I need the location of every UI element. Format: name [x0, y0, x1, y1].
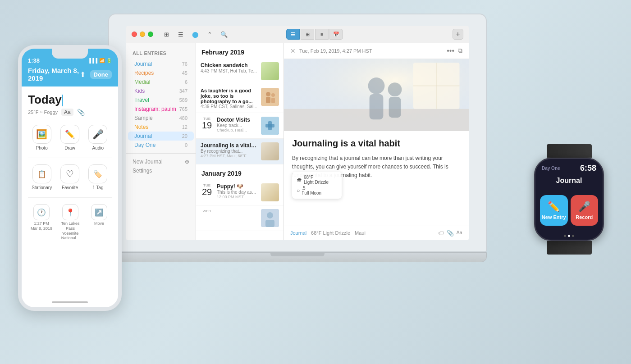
entry-title: Chicken sandwich	[201, 62, 257, 68]
moon-icon: ○	[297, 187, 300, 194]
new-entry-button[interactable]: +	[453, 29, 463, 40]
phone-actions-grid-2: 📋 Stationary ♡ Favorite 🏷️ 1 Tag	[28, 160, 112, 194]
jan-header: January 2019	[196, 164, 283, 180]
phone-home-indicator	[22, 297, 118, 307]
timeline-view-button[interactable]: ≡	[315, 29, 329, 40]
sidebar-item-name-travel: Travel	[134, 97, 149, 103]
phone-action-favorite[interactable]: ♡ Favorite	[56, 160, 83, 194]
entry-body: Chicken sandwich 4:43 PM MST, Hot Tub, T…	[201, 62, 257, 73]
attachment-icon[interactable]: 📎	[447, 230, 454, 237]
entry-day-num: 19	[202, 121, 212, 130]
close-traffic-light[interactable]	[132, 32, 137, 37]
phone-action-tag[interactable]: 🏷️ 1 Tag	[84, 160, 112, 194]
footer-location: Maui	[355, 230, 366, 236]
svg-rect-4	[271, 98, 275, 103]
done-button[interactable]: Done	[90, 70, 112, 79]
sidebar-item-recipes[interactable]: Recipes 45	[128, 68, 194, 77]
sidebar-item-kids[interactable]: Kids 347	[128, 86, 194, 96]
phone-bottom-time[interactable]: 🕐 1:27 PMMar 8, 2019	[28, 202, 55, 242]
stationary-label: Stationary	[32, 185, 52, 190]
entry-preview: 4:43 PM MST, Hot Tub, Te...	[201, 68, 257, 73]
phone-bottom-move[interactable]: ↗️ Move	[86, 202, 113, 242]
tag-button[interactable]: ⬤	[189, 29, 201, 39]
entry-chicken-sandwich[interactable]: Chicken sandwich 4:43 PM MST, Hot Tub, T…	[196, 59, 283, 84]
sidebar-item-sample[interactable]: Sample 480	[128, 114, 194, 123]
sidebar-item-name-medial: Medial	[134, 79, 150, 85]
detail-image-area	[284, 59, 469, 131]
laptop: ⊞ ☰ ⬤ ⌃ 🔍 ☰ ⊞ ≡ 📅 +	[108, 14, 487, 293]
watch-new-entry-button[interactable]: ✏️ New Entry	[540, 195, 568, 226]
phone-action-photo[interactable]: 🖼️ Photo	[28, 120, 55, 154]
sidebar-item-count-journal2: 20	[182, 133, 187, 139]
share-icon[interactable]: ⬆	[80, 70, 86, 79]
sidebar-toggle-button[interactable]: ⊞	[160, 29, 172, 39]
phone-header-actions: ⬆ Done	[80, 70, 112, 79]
sidebar-item-travel[interactable]: Travel 589	[128, 96, 194, 105]
entry-wed[interactable]: WED	[196, 205, 283, 231]
detail-content: Journaling is a vital habit By recognizi…	[284, 131, 469, 226]
sidebar-item-name-instagram: Instagram: paulm	[134, 106, 176, 112]
new-journal-button[interactable]: New Journal ⊕	[126, 157, 196, 166]
feb-header: February 2019	[196, 43, 283, 59]
calendar-view-button[interactable]: 📅	[329, 29, 343, 40]
watch-pencil-icon: ✏️	[548, 201, 560, 213]
phone-action-audio[interactable]: 🎤 Audio	[84, 120, 112, 154]
watch-mic-icon: 🎤	[578, 201, 590, 213]
sidebar-item-count-journal1: 76	[182, 61, 187, 67]
entry-journaling[interactable]: Journaling is a vital habit By recognizi…	[196, 139, 283, 164]
sidebar-item-journal2[interactable]: Journal 20	[128, 132, 194, 141]
apple-watch: Day One 6:58 Journal ✏️ New Entry 🎤 Reco…	[530, 144, 608, 261]
entry-preview: Keep track...	[217, 123, 257, 128]
grid-view-button[interactable]: ⊞	[301, 29, 314, 40]
phone-action-draw[interactable]: ✏️ Draw	[56, 120, 83, 154]
settings-button[interactable]: Settings	[126, 166, 196, 175]
tag-icon[interactable]: 🏷	[438, 230, 444, 237]
phone-bottom-location[interactable]: 📍 Ten Lakes PassYosemite National...	[57, 202, 84, 242]
detail-more-button[interactable]: •••	[447, 47, 454, 55]
entry-doctor-visits[interactable]: TUE 19 Doctor Visits Keep track... Check…	[196, 113, 283, 139]
detail-date: Tue, Feb 19, 2019, 4:27 PM HST	[299, 48, 443, 54]
sidebar-item-name-recipes: Recipes	[134, 70, 154, 76]
phone-font-button[interactable]: Aa	[61, 109, 73, 116]
sidebar-item-count-recipes: 45	[182, 70, 187, 76]
sidebar-item-notes[interactable]: Notes 12	[128, 123, 194, 132]
svg-point-14	[368, 77, 385, 94]
svg-rect-17	[389, 97, 401, 118]
sidebar-item-medial[interactable]: Medial 6	[128, 77, 194, 86]
entry-title: Journaling is a vital habit	[201, 142, 257, 149]
font-button[interactable]: Aa	[457, 230, 462, 237]
phone-attach-icon[interactable]: 📎	[77, 109, 85, 116]
phone-action-stationary[interactable]: 📋 Stationary	[28, 160, 55, 194]
watch-record-label: Record	[576, 214, 593, 220]
entry-date-col: WED	[201, 209, 213, 213]
detail-close-button[interactable]: ✕	[290, 47, 296, 55]
watch-dot-3	[572, 235, 574, 237]
filter-button[interactable]: ☰	[175, 29, 187, 39]
detail-actions: ••• ⧉	[447, 47, 462, 55]
sidebar-item-name-dayone: Day One	[134, 142, 155, 148]
mac-window: ⊞ ☰ ⬤ ⌃ 🔍 ☰ ⊞ ≡ 📅 +	[126, 26, 469, 240]
sort-button[interactable]: ⌃	[204, 29, 215, 39]
sidebar-item-count-sample: 480	[179, 115, 187, 121]
home-bar	[52, 301, 88, 303]
entry-date-col: TUE 19	[201, 117, 213, 130]
watch-record-button[interactable]: 🎤 Record	[571, 195, 599, 226]
phone-today-label: Today	[28, 93, 112, 107]
svg-point-16	[388, 82, 402, 96]
tag-label: 1 Tag	[92, 185, 103, 190]
watch-page-dots	[535, 232, 603, 240]
mac-sidebar: All Entries Journal 76 Recipes 45 Medial…	[126, 43, 196, 240]
weather-tooltip: 🌧 68°FLight Drizzle ○ .5Full Moon	[292, 172, 342, 199]
minimize-traffic-light[interactable]	[140, 32, 145, 37]
search-button[interactable]: 🔍	[218, 29, 230, 39]
watch-band-top	[547, 144, 592, 158]
view-toggle-group: ☰ ⊞ ≡ 📅	[286, 29, 343, 40]
sidebar-item-dayone[interactable]: Day One 0	[128, 141, 194, 150]
sidebar-item-journal1[interactable]: Journal 76	[128, 59, 194, 68]
list-view-button[interactable]: ☰	[286, 29, 300, 40]
maximize-traffic-light[interactable]	[148, 32, 153, 37]
detail-copy-button[interactable]: ⧉	[458, 47, 462, 55]
entry-puppy[interactable]: TUE 29 Puppy! 🐶 This is the day as you c…	[196, 180, 283, 205]
sidebar-item-instagram[interactable]: Instagram: paulm 765	[128, 105, 194, 114]
entry-laughter[interactable]: As laughter is a good joke, so too is ph…	[196, 84, 283, 113]
